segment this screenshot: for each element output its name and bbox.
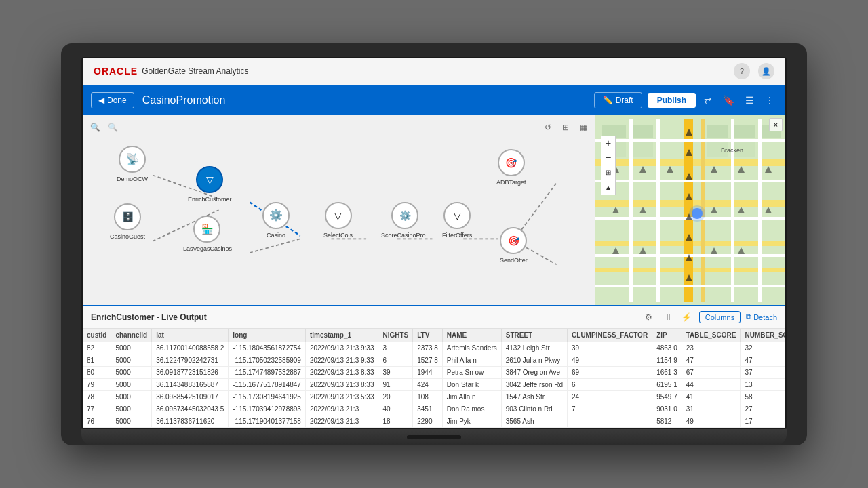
- done-label: Done: [107, 96, 127, 105]
- grid-icon[interactable]: ▦: [576, 121, 590, 134]
- canvas-area: 🔍 🔍 ↺ ⊞ ▦: [83, 115, 595, 305]
- data-table: custidchannelidlatlongtimestamp_1NIGHTSL…: [83, 329, 785, 428]
- table-cell-6-0: 76: [83, 415, 111, 427]
- table-cell-2-6: 1944: [413, 366, 443, 378]
- table-cell-0-6: 2373 8: [413, 342, 443, 354]
- table-cell-3-6: 424: [413, 378, 443, 390]
- enrichcustomer-label: EnrichCustomer: [188, 196, 232, 203]
- user-icon[interactable]: 👤: [758, 63, 774, 79]
- pencil-icon: ✏️: [603, 96, 613, 105]
- lightning-icon[interactable]: ⚡: [680, 310, 694, 324]
- table-cell-3-2: 36.11434883165887: [152, 378, 229, 390]
- bookmark-icon[interactable]: 🔖: [720, 92, 737, 108]
- table-cell-1-4: 2022/09/13 21:3 9:33: [305, 354, 378, 366]
- table-cell-5-10: 9031 0: [652, 403, 682, 415]
- table-cell-1-1: 5000: [111, 354, 152, 366]
- table-cell-6-3: -115.17190401377158: [229, 415, 306, 427]
- lasvegascasinos-icon: 🏪: [193, 216, 220, 243]
- columns-button[interactable]: Columns: [699, 311, 741, 323]
- col-header-street: STREET: [501, 329, 567, 342]
- help-icon[interactable]: ?: [734, 63, 750, 79]
- svg-rect-20: [595, 139, 785, 142]
- table-cell-0-11: 23: [682, 342, 741, 354]
- list-icon[interactable]: ☰: [743, 92, 757, 108]
- node-demoocw[interactable]: 📡 DemoOCW: [117, 146, 148, 182]
- pause-icon[interactable]: ⏸: [661, 310, 675, 324]
- node-casinoguest[interactable]: 🗄️ CasinoGuest: [110, 203, 145, 240]
- refresh-icon[interactable]: ↺: [541, 121, 555, 134]
- oracle-logo: ORACLE GoldenGate Stream Analytics: [94, 66, 249, 77]
- table-header-row: custidchannelidlatlongtimestamp_1NIGHTSL…: [83, 329, 785, 342]
- node-enrichcustomer[interactable]: ▽ EnrichCustomer: [188, 166, 232, 203]
- col-header-nights: NIGHTS: [378, 329, 413, 342]
- table-cell-6-12: 17: [741, 415, 785, 427]
- table-cell-3-0: 79: [83, 378, 111, 390]
- settings-icon[interactable]: ⚙: [642, 310, 656, 324]
- adbtarget-label: ADBTarget: [496, 179, 526, 186]
- table-cell-5-6: 3451: [413, 403, 443, 415]
- lasvegascasinos-label: LasVegasCasinos: [183, 245, 231, 252]
- zoom-in-icon[interactable]: 🔍: [88, 121, 102, 134]
- table-cell-0-8: 4132 Leigh Str: [501, 342, 567, 354]
- detach-icon: ⧉: [746, 312, 751, 321]
- chevron-left-icon: ◀: [98, 96, 104, 105]
- col-header-ltv: LTV: [413, 329, 443, 342]
- zoom-out-icon[interactable]: 🔍: [106, 121, 119, 134]
- table-cell-3-4: 2022/09/13 21:3 8:33: [305, 378, 378, 390]
- casino-icon: ⚙️: [262, 202, 290, 229]
- map-zoom-minus[interactable]: −: [601, 150, 616, 165]
- detach-button[interactable]: ⧉ Detach: [746, 312, 777, 321]
- col-header-clumpiness-factor: CLUMPINESS_FACTOR: [568, 329, 652, 342]
- svg-text:Bracken: Bracken: [721, 147, 743, 154]
- map-close-button[interactable]: ×: [769, 118, 783, 131]
- table-cell-6-4: 2022/09/13 21:3: [305, 415, 378, 427]
- table-cell-1-12: 47: [741, 354, 785, 366]
- menu-icon[interactable]: ⋮: [762, 92, 777, 108]
- svg-rect-19: [758, 119, 762, 302]
- node-sendoffer[interactable]: 🎯 SendOffer: [500, 227, 528, 264]
- table-cell-1-0: 81: [83, 354, 111, 366]
- map-nav-up[interactable]: ▲: [601, 180, 616, 195]
- map-zoom-in[interactable]: +: [601, 136, 616, 150]
- filteroffers-label: FilterOffers: [442, 232, 472, 239]
- selectcols-icon: ▽: [325, 202, 352, 229]
- map-background: + − ⊞ ▲: [595, 115, 785, 305]
- table-cell-6-5: 18: [378, 415, 413, 427]
- node-selectcols[interactable]: ▽ SelectCols: [323, 202, 353, 239]
- table-cell-3-11: 44: [682, 378, 741, 390]
- done-button[interactable]: ◀ Done: [91, 92, 134, 108]
- casinoguest-label: CasinoGuest: [110, 233, 145, 240]
- node-lasvegascasinos[interactable]: 🏪 LasVegasCasinos: [183, 216, 231, 252]
- snap-icon[interactable]: ⊞: [559, 121, 572, 134]
- table-cell-5-4: 2022/09/13 21:3: [305, 403, 378, 415]
- node-adbtarget[interactable]: 🎯 ADBTarget: [496, 149, 526, 186]
- layout-icon[interactable]: ⇄: [701, 92, 715, 108]
- publish-button[interactable]: Publish: [648, 93, 696, 108]
- table-cell-4-9: 24: [568, 390, 652, 403]
- svg-line-3: [250, 239, 300, 253]
- svg-rect-18: [731, 119, 734, 302]
- table-cell-4-6: 108: [413, 390, 443, 403]
- table-cell-3-10: 6195 1: [652, 378, 682, 390]
- node-casino[interactable]: ⚙️ Casino: [262, 202, 290, 239]
- svg-point-58: [689, 205, 705, 222]
- draft-button[interactable]: ✏️ Draft: [594, 92, 642, 108]
- node-scorecasino[interactable]: ⚙️ ScoreCasinoPro...: [381, 202, 429, 239]
- table-cell-1-10: 1154 9: [652, 354, 682, 366]
- svg-rect-16: [629, 119, 633, 302]
- sendoffer-label: SendOffer: [500, 257, 528, 264]
- table-cell-4-5: 20: [378, 390, 413, 403]
- bottom-panel-title: EnrichCustomer - Live Output: [91, 312, 207, 322]
- table-cell-4-10: 9549 7: [652, 390, 682, 403]
- col-header-channelid: channelid: [111, 329, 152, 342]
- scorecasino-label: ScoreCasinoPro...: [381, 232, 429, 239]
- table-cell-0-7: Artemis Sanders: [442, 342, 501, 354]
- svg-rect-23: [595, 254, 785, 257]
- map-zoom-fit[interactable]: ⊞: [601, 165, 616, 180]
- table-cell-5-2: 36.09573445032043 5: [152, 403, 229, 415]
- table-cell-2-2: 36.09187723151826: [152, 366, 229, 378]
- svg-rect-26: [633, 125, 653, 138]
- table-cell-2-7: Petra Sn ow: [442, 366, 501, 378]
- table-cell-0-0: 82: [83, 342, 111, 354]
- node-filteroffers[interactable]: ▽ FilterOffers: [442, 202, 472, 239]
